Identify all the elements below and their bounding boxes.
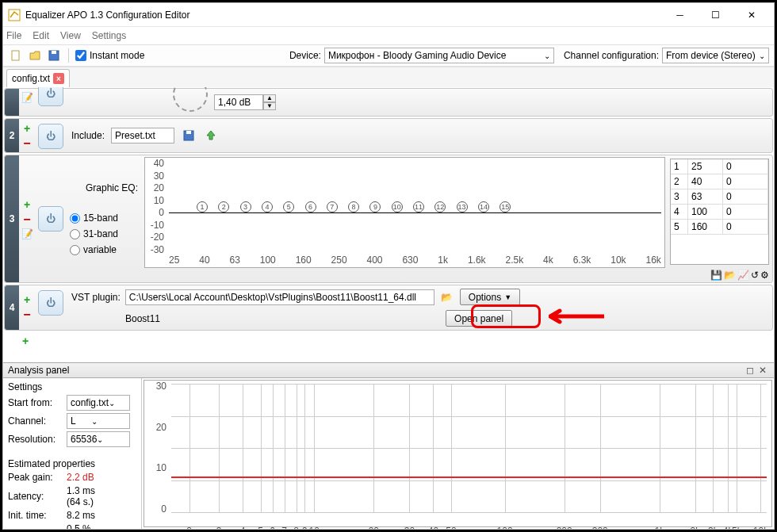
menubar: File Edit View Settings — [3, 27, 774, 44]
window: Equalizer APO 1.3 Configuration Editor ─… — [2, 2, 775, 530]
include-file-input[interactable] — [111, 128, 174, 144]
power-toggle[interactable]: ⏻ — [38, 124, 63, 149]
vst-path-input[interactable] — [125, 289, 434, 305]
peak-gain-value: 2.2 dB — [67, 472, 101, 483]
gain-knob[interactable] — [173, 87, 208, 112]
maximize-button[interactable]: ☐ — [698, 4, 733, 26]
filter-row-2: 2 + − ⏻ Include: — [4, 118, 773, 153]
edit-icon[interactable]: 📝 — [21, 228, 33, 239]
tabstrip: config.txt × — [3, 67, 774, 87]
analysis-title: Analysis panel — [8, 365, 69, 376]
remove-icon[interactable]: − — [23, 136, 30, 151]
latency-value: 1.3 ms (64 s.) — [67, 485, 101, 507]
app-icon — [8, 9, 21, 21]
open-file-icon[interactable] — [27, 48, 43, 63]
add-icon[interactable]: + — [24, 293, 30, 306]
new-file-icon[interactable] — [8, 48, 24, 63]
eq-label: Graphic EQ: — [67, 182, 143, 193]
add-filter-button[interactable]: + — [22, 335, 29, 347]
remove-icon[interactable]: − — [23, 308, 30, 322]
settings-heading: Settings — [8, 381, 136, 392]
add-icon[interactable]: + — [24, 198, 30, 211]
filter-row-4: 4 + − ⏻ VST plugin: 📂 Options ▼ Boost11 … — [4, 285, 773, 331]
vst-label: VST plugin: — [71, 292, 121, 303]
power-toggle[interactable]: ⏻ — [38, 290, 63, 316]
power-toggle[interactable]: ⏻ — [38, 87, 63, 106]
menu-edit[interactable]: Edit — [33, 30, 49, 41]
tool-icon[interactable]: ⚙ — [760, 270, 769, 281]
row-number — [5, 89, 19, 116]
remove-icon[interactable]: − — [23, 212, 30, 227]
close-icon[interactable]: ✕ — [756, 365, 769, 376]
radio-15band[interactable]: 15-band — [70, 212, 143, 224]
channel-select[interactable]: L⌄ — [67, 413, 130, 429]
start-from-select[interactable]: config.txt⌄ — [67, 395, 130, 411]
estimated-heading: Estimated properties — [8, 458, 136, 469]
channel-config-select[interactable]: From device (Stereo)⌄ — [662, 48, 769, 63]
analysis-settings: Settings Start from: config.txt⌄ Channel… — [3, 378, 142, 529]
channel-config-label: Channel configuration: — [564, 50, 659, 61]
menu-settings[interactable]: Settings — [92, 30, 126, 41]
resolution-select[interactable]: 65536⌄ — [67, 431, 130, 447]
instant-mode-checkbox[interactable]: Instant mode — [75, 50, 144, 61]
row-number: 3 — [5, 155, 19, 282]
include-label: Include: — [71, 130, 105, 141]
save-icon[interactable] — [181, 128, 197, 144]
row-number: 4 — [5, 285, 19, 330]
row-number: 2 — [5, 119, 19, 152]
init-time-value: 8.2 ms — [67, 510, 101, 521]
radio-31band[interactable]: 31-band — [70, 228, 143, 239]
device-select[interactable]: Микрофон - Bloody Gaming Audio Device⌄ — [324, 48, 554, 63]
eq-graph[interactable]: 403020100-10-20-30 123456789101112131415… — [144, 157, 665, 268]
menu-file[interactable]: File — [6, 30, 21, 41]
tab-config[interactable]: config.txt × — [6, 69, 70, 87]
add-icon[interactable]: + — [24, 122, 30, 135]
window-title: Equalizer APO 1.3 Configuration Editor — [25, 10, 662, 21]
plugin-name: Boost11 — [125, 313, 160, 324]
titlebar: Equalizer APO 1.3 Configuration Editor ─… — [3, 3, 774, 27]
svg-rect-1 — [12, 51, 19, 60]
filter-row-3: 3 + − 📝 ⏻ Graphic EQ: 15-band 31-band va… — [4, 155, 773, 283]
analysis-panel-header: Analysis panel ◻ ✕ — [3, 362, 774, 378]
undock-icon[interactable]: ◻ — [744, 365, 756, 376]
open-icon[interactable]: 📂 — [724, 270, 736, 281]
save-icon[interactable] — [46, 48, 62, 63]
chart-icon[interactable]: 📈 — [737, 270, 749, 281]
analysis-graph[interactable]: 3020100 2345678910203040501002003001k2k3… — [144, 380, 772, 527]
content: 📝 ⏻ ▲▼ 2 + − ⏻ Include: — [3, 87, 774, 529]
open-panel-button[interactable]: Open panel — [446, 310, 512, 327]
arrow-up-icon[interactable] — [203, 128, 219, 144]
menu-view[interactable]: View — [60, 30, 81, 41]
power-toggle[interactable]: ⏻ — [38, 206, 63, 232]
analysis-panel: Settings Start from: config.txt⌄ Channel… — [3, 378, 774, 529]
device-label: Device: — [289, 50, 321, 61]
options-button[interactable]: Options ▼ — [460, 289, 520, 305]
minimize-button[interactable]: ─ — [662, 4, 698, 26]
tab-close-icon[interactable]: × — [53, 73, 64, 84]
radio-variable[interactable]: variable — [70, 244, 143, 255]
gain-input[interactable]: ▲▼ — [214, 94, 276, 110]
edit-icon[interactable]: 📝 — [21, 92, 33, 103]
svg-rect-5 — [186, 131, 191, 134]
toolbar: Instant mode Device: Микрофон - Bloody G… — [3, 44, 774, 67]
close-button[interactable]: ✕ — [733, 4, 769, 26]
reset-icon[interactable]: ↺ — [751, 270, 759, 281]
svg-rect-3 — [52, 51, 56, 54]
filter-row-1: 📝 ⏻ ▲▼ — [4, 88, 773, 117]
open-file-icon[interactable]: 📂 — [439, 289, 455, 305]
cpu-usage-value: 0.5 % (one core) — [67, 523, 101, 529]
eq-value-table[interactable]: 1250240036304100051600 — [670, 159, 769, 265]
save-icon[interactable]: 💾 — [710, 270, 722, 281]
